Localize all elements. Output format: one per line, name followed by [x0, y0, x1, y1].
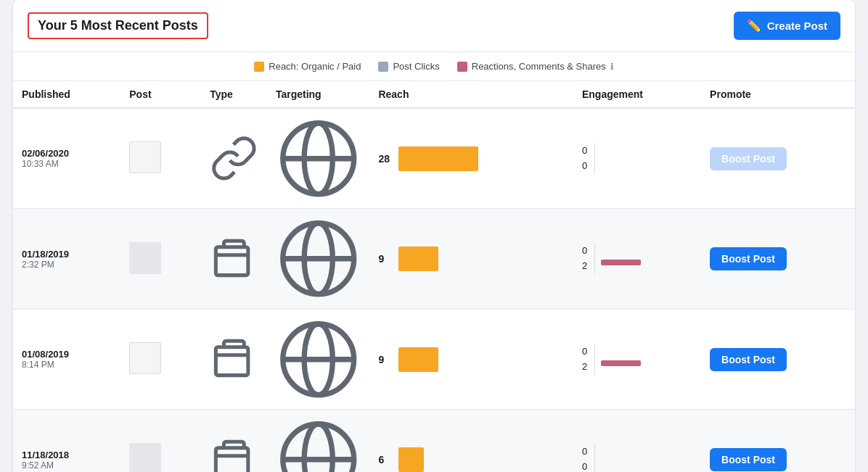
reach-bar-container	[398, 347, 486, 373]
engagement-bars	[594, 244, 641, 274]
reach-bar	[398, 447, 424, 472]
post-thumbnail	[129, 141, 161, 173]
post-time: 8:14 PM	[22, 360, 112, 370]
cell-promote: Boost Post	[701, 209, 855, 309]
cell-reach: 28	[369, 108, 573, 209]
engagement-numbers: 0 2	[582, 244, 587, 274]
pencil-icon: ✏️	[747, 19, 761, 33]
engagement-reactions: 2	[582, 259, 587, 274]
create-post-button[interactable]: ✏️ Create Post	[734, 12, 840, 40]
legend-clicks: Post Clicks	[378, 61, 439, 72]
boost-post-button[interactable]: Boost Post	[710, 448, 787, 471]
table-row: 01/18/2019 2:32 PM 9	[13, 209, 855, 309]
engagement-clicks: 0	[582, 244, 587, 259]
cell-type	[201, 108, 267, 209]
col-type: Type	[201, 81, 267, 108]
boost-post-button[interactable]: Boost Post	[710, 348, 787, 371]
post-type-icon	[210, 134, 258, 183]
cell-date: 11/18/2018 9:52 AM	[13, 410, 120, 472]
targeting-globe-icon	[276, 317, 361, 402]
posts-card: Your 5 Most Recent Posts ✏️ Create Post …	[13, 0, 855, 472]
cell-post	[120, 209, 201, 309]
svg-point-16	[304, 424, 332, 472]
cell-reach: 6	[369, 410, 573, 472]
reach-bar	[398, 146, 478, 171]
svg-rect-3	[216, 247, 249, 276]
post-time: 9:52 AM	[22, 460, 112, 471]
engagement-bars	[594, 444, 601, 472]
table-row: 02/06/2020 10:33 AM 28	[13, 108, 855, 209]
post-date: 01/08/2019	[22, 349, 112, 360]
col-engagement: Engagement	[573, 81, 701, 108]
info-icon[interactable]: ℹ	[610, 62, 614, 72]
legend-reach-dot	[254, 62, 264, 72]
card-header: Your 5 Most Recent Posts ✏️ Create Post	[13, 0, 855, 52]
cell-date: 02/06/2020 10:33 AM	[13, 108, 120, 209]
col-published: Published	[13, 81, 120, 108]
engagement-reactions: 0	[582, 460, 587, 472]
legend-reactions-dot	[457, 62, 467, 72]
post-date: 02/06/2020	[22, 148, 112, 159]
cell-engagement: 0 2	[573, 309, 701, 409]
boost-post-button[interactable]: Boost Post	[710, 247, 787, 270]
cell-promote: Boost Post	[701, 410, 855, 472]
engagement-reactions: 0	[582, 159, 587, 174]
reach-bar-container	[398, 246, 486, 272]
engagement-bars	[594, 344, 641, 375]
col-targeting: Targeting	[267, 81, 369, 108]
legend-reactions: Reactions, Comments & Shares ℹ	[457, 61, 614, 72]
post-type-icon	[210, 335, 258, 384]
table-header-row: Published Post Type Targeting Reach Enga…	[13, 81, 855, 108]
post-thumbnail	[129, 443, 161, 472]
engagement-clicks: 0	[582, 344, 587, 360]
post-type-icon	[210, 235, 258, 283]
svg-rect-13	[216, 448, 249, 473]
legend-clicks-dot	[378, 62, 388, 72]
reach-number: 6	[378, 454, 393, 465]
engagement-clicks: 0	[582, 144, 587, 159]
cell-post	[120, 410, 201, 472]
engagement-reactions-bar	[601, 360, 641, 366]
post-time: 2:32 PM	[22, 260, 112, 270]
reach-bar	[398, 247, 438, 271]
table-row: 11/18/2018 9:52 AM 6	[13, 410, 855, 472]
legend-reach-label: Reach: Organic / Paid	[269, 61, 361, 72]
engagement-clicks: 0	[582, 444, 587, 460]
cell-promote: Boost Post	[701, 309, 855, 409]
legend-clicks-label: Post Clicks	[393, 61, 439, 72]
cell-type	[201, 209, 267, 309]
engagement-reactions-bar	[601, 260, 641, 265]
post-type-icon	[210, 436, 258, 472]
post-thumbnail	[129, 342, 161, 374]
cell-date: 01/18/2019 2:32 PM	[13, 209, 120, 309]
post-time: 10:33 AM	[22, 159, 112, 169]
cell-reach: 9	[369, 209, 573, 309]
cell-targeting	[267, 309, 369, 409]
cell-type	[201, 410, 267, 472]
cell-engagement: 0 0	[573, 108, 701, 209]
reach-bar-container	[398, 146, 486, 172]
reach-number: 9	[378, 253, 393, 265]
svg-rect-8	[216, 347, 249, 376]
col-reach: Reach	[369, 81, 573, 108]
card-title: Your 5 Most Recent Posts	[28, 12, 208, 39]
targeting-globe-icon	[276, 116, 361, 201]
post-date: 11/18/2018	[22, 450, 112, 460]
cell-post	[120, 108, 201, 209]
reach-number: 28	[378, 153, 393, 165]
engagement-numbers: 0 0	[582, 444, 587, 472]
engagement-reactions: 2	[582, 360, 587, 375]
reach-bar-container	[398, 447, 486, 472]
legend-bar: Reach: Organic / Paid Post Clicks Reacti…	[13, 52, 855, 81]
cell-reach: 9	[369, 309, 573, 409]
posts-table: Published Post Type Targeting Reach Enga…	[13, 81, 855, 472]
engagement-numbers: 0 2	[582, 344, 587, 375]
cell-type	[201, 309, 267, 409]
col-post: Post	[120, 81, 201, 108]
cell-targeting	[267, 410, 369, 472]
reach-bar	[398, 347, 438, 372]
cell-targeting	[267, 108, 369, 209]
cell-engagement: 0 2	[573, 209, 701, 309]
cell-post	[120, 309, 201, 409]
legend-reactions-label: Reactions, Comments & Shares	[472, 61, 606, 72]
